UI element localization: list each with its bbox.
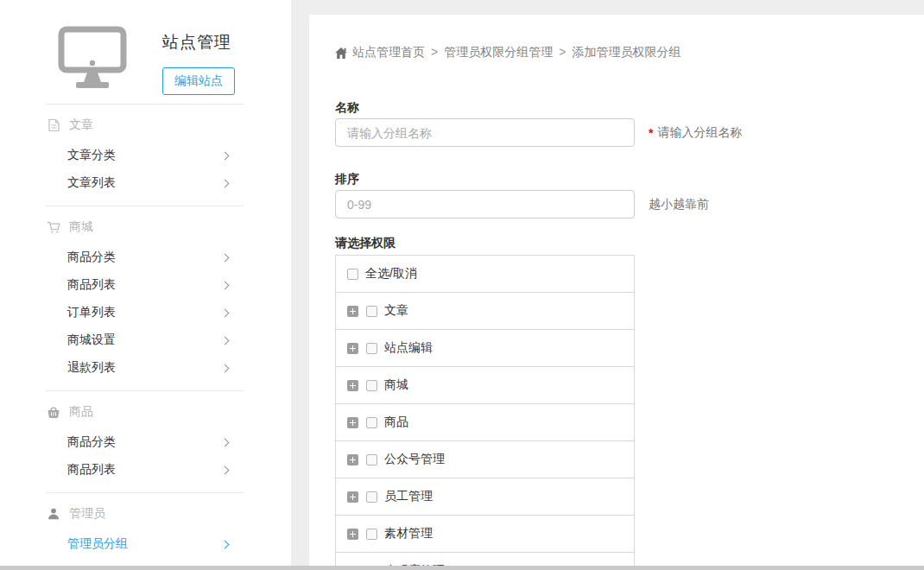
permission-row: 商城 [336,367,634,404]
group-name-input[interactable] [335,118,635,147]
sidebar-divider [46,104,244,104]
breadcrumb: 站点管理首页>管理员权限分组管理>添加管理员权限分组 [335,44,924,61]
sidebar-item[interactable]: 商品分类 [46,244,244,271]
sidebar-section-label: 商城 [69,219,93,235]
sidebar-divider [46,206,244,206]
sidebar-section: 管理员管理员分组 [46,492,244,558]
sidebar-item-label: 管理员分组 [67,536,128,552]
main-panel: 站点管理首页>管理员权限分组管理>添加管理员权限分组 名称 * 请输入分组名称 … [309,15,924,570]
sidebar-item[interactable]: 退款列表 [46,354,244,382]
chevron-right-icon [221,151,230,160]
permission-checkbox[interactable] [366,306,377,317]
breadcrumb-link[interactable]: 管理员权限分组管理 [444,45,553,59]
home-icon [335,48,347,59]
sidebar-divider [46,492,244,493]
sidebar-item[interactable]: 文章分类 [46,142,244,169]
article-icon [46,118,61,132]
sidebar-divider [46,390,244,391]
permission-label: 公众号管理 [384,452,445,467]
permission-row: 员工管理 [336,478,634,516]
required-asterisk: * [649,126,653,140]
permission-row: 素材管理 [336,516,634,553]
sidebar-item[interactable]: 订单列表 [46,299,244,326]
sidebar-nav: 文章文章分类文章列表商城商品分类商品列表订单列表商城设置退款列表商品商品分类商品… [46,104,244,558]
chevron-right-icon [221,281,230,289]
permission-checkbox[interactable] [366,454,377,466]
expand-plus-icon[interactable] [347,529,358,540]
expand-plus-icon[interactable] [347,491,358,503]
site-header: 站点管理 编辑站点 [46,0,244,95]
cart-icon [46,221,61,234]
chevron-right-icon [221,438,230,446]
sidebar-item[interactable]: 商品列表 [46,271,244,299]
permission-label: 员工管理 [384,489,433,504]
sidebar-item[interactable]: 商城设置 [46,326,244,354]
sidebar-item[interactable]: 商品列表 [46,456,244,484]
permission-checkbox[interactable] [366,380,377,391]
sidebar-section-header: 管理员 [46,505,244,522]
permission-label: 文章 [384,303,408,319]
permission-label: 全选/取消 [365,266,417,282]
permission-checkbox[interactable] [366,417,377,428]
name-field-label: 名称 [335,98,924,116]
sidebar-section-label: 文章 [69,117,93,133]
expand-plus-icon[interactable] [347,454,358,466]
sidebar-section-header: 文章 [46,117,244,134]
sidebar-section: 商城商品分类商品列表订单列表商城设置退款列表 [46,206,244,382]
site-title: 站点管理 [162,26,235,54]
sidebar-item-label: 商品列表 [67,462,116,478]
permission-row: 文章 [336,293,634,330]
edit-site-button[interactable]: 编辑站点 [162,67,235,95]
chevron-right-icon [221,336,230,345]
select-all-checkbox[interactable] [347,269,358,280]
sort-field-hint: 越小越靠前 [649,197,709,212]
expand-plus-icon[interactable] [347,343,358,354]
chevron-right-icon [221,364,230,372]
sidebar: 站点管理 编辑站点 文章文章分类文章列表商城商品分类商品列表订单列表商城设置退款… [0,0,291,570]
permission-checkbox[interactable] [366,529,377,540]
horizontal-scrollbar[interactable] [0,566,924,570]
permission-label: 商城 [384,377,408,393]
chevron-right-icon [221,253,230,262]
sidebar-item-label: 文章分类 [67,148,116,163]
sidebar-section-label: 管理员 [69,506,105,522]
permission-row: 公众号管理 [336,441,634,478]
person-icon [46,508,61,520]
permission-checkbox[interactable] [366,343,377,354]
chevron-right-icon [221,540,230,548]
sidebar-section-header: 商品 [46,403,244,421]
sidebar-item-label: 退款列表 [67,360,116,376]
sidebar-section: 商品商品分类商品列表 [46,390,244,484]
breadcrumb-link[interactable]: 站点管理首页 [352,45,425,59]
sidebar-section-label: 商品 [69,404,93,420]
chevron-right-icon [221,466,230,474]
sidebar-item-label: 商品分类 [67,434,116,450]
sidebar-item[interactable]: 商品分类 [46,428,244,456]
sidebar-section: 文章文章分类文章列表 [46,104,244,197]
permissions-label: 请选择权限 [335,234,924,251]
permission-label: 站点编辑 [384,340,433,356]
sidebar-item-label: 商城设置 [67,332,116,348]
sidebar-item-label: 文章列表 [67,175,116,191]
sidebar-item-label: 订单列表 [67,305,116,320]
sidebar-section-header: 商城 [46,218,244,236]
sidebar-item-label: 商品列表 [67,277,116,293]
page: 站点管理 编辑站点 文章文章分类文章列表商城商品分类商品列表订单列表商城设置退款… [0,0,924,570]
name-field-hint: * 请输入分组名称 [649,125,742,141]
sidebar-item[interactable]: 管理员分组 [46,530,244,558]
expand-plus-icon[interactable] [347,380,358,391]
permission-row: 站点编辑 [336,330,634,367]
permission-checkbox[interactable] [366,491,377,503]
breadcrumb-link: 添加管理员权限分组 [572,45,680,59]
select-all-row: 全选/取消 [336,256,634,293]
sort-order-input[interactable] [335,190,635,218]
breadcrumb-separator: > [431,45,438,59]
expand-plus-icon[interactable] [347,306,358,317]
permission-label: 商品 [384,415,408,430]
permission-label: 素材管理 [384,526,433,542]
sidebar-item[interactable]: 文章列表 [46,169,244,197]
permissions-table: 全选/取消文章站点编辑商城商品公众号管理员工管理素材管理小程序管理 [335,255,635,570]
expand-plus-icon[interactable] [347,417,358,428]
chevron-right-icon [221,179,230,187]
permission-row: 商品 [336,404,634,441]
